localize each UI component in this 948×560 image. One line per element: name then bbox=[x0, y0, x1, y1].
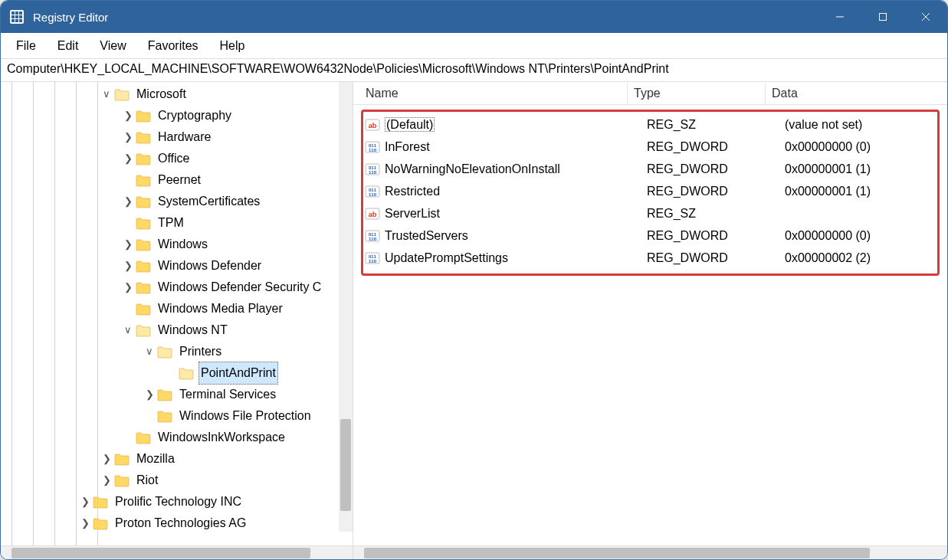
col-name[interactable]: Name bbox=[359, 84, 628, 103]
value-row[interactable]: 011110RestrictedREG_DWORD0x00000001 (1) bbox=[365, 180, 934, 202]
values-hscrollbar[interactable] bbox=[353, 545, 947, 559]
tree-spacer: . bbox=[143, 405, 156, 427]
panes: ∨Microsoft❯Cryptography❯Hardware❯Office.… bbox=[1, 82, 947, 559]
tree-label: Cryptography bbox=[156, 105, 234, 126]
svg-text:110: 110 bbox=[369, 259, 377, 264]
menu-edit[interactable]: Edit bbox=[47, 36, 90, 56]
value-name: UpdatePromptSettings bbox=[383, 251, 647, 265]
value-name: InForest bbox=[383, 140, 647, 154]
tree-item-tpm[interactable]: .TPM bbox=[1, 212, 353, 234]
chevron-right-icon[interactable]: ❯ bbox=[122, 191, 134, 212]
tree-item-windows[interactable]: ❯Windows bbox=[1, 234, 353, 255]
chevron-down-icon[interactable]: ∨ bbox=[143, 341, 156, 362]
tree-item-prolific[interactable]: ❯Prolific Technology INC bbox=[1, 491, 353, 513]
svg-text:110: 110 bbox=[369, 192, 377, 197]
chevron-right-icon[interactable]: ❯ bbox=[122, 234, 134, 255]
tree-spacer: . bbox=[122, 427, 134, 448]
tree-label: Windows Defender Security C bbox=[156, 277, 323, 298]
value-row[interactable]: 011110NoWarningNoElevationOnInstallREG_D… bbox=[365, 158, 934, 180]
tree-item-mozilla[interactable]: ❯Mozilla bbox=[1, 448, 353, 470]
value-data: 0x00000001 (1) bbox=[785, 162, 934, 176]
titlebar[interactable]: Registry Editor bbox=[1, 1, 947, 33]
tree-item-microsoft[interactable]: ∨Microsoft bbox=[1, 84, 353, 105]
window-title: Registry Editor bbox=[33, 11, 818, 24]
tree-label: Terminal Services bbox=[177, 384, 278, 405]
svg-rect-7 bbox=[11, 19, 15, 22]
tree-item-winkws[interactable]: .WindowsInkWorkspace bbox=[1, 427, 353, 448]
svg-text:ab: ab bbox=[369, 122, 377, 129]
tree-spacer: . bbox=[165, 362, 177, 384]
chevron-down-icon[interactable]: ∨ bbox=[100, 84, 113, 105]
tree-item-winnt[interactable]: ∨Windows NT bbox=[1, 319, 353, 341]
value-type: REG_DWORD bbox=[647, 229, 785, 243]
tree-item-proton[interactable]: ❯Proton Technologies AG bbox=[1, 513, 353, 534]
chevron-right-icon[interactable]: ❯ bbox=[100, 448, 113, 470]
tree-vscrollbar[interactable] bbox=[339, 82, 353, 532]
value-name: ServerList bbox=[383, 207, 647, 221]
value-type: REG_DWORD bbox=[647, 185, 785, 198]
value-type: REG_SZ bbox=[647, 118, 785, 132]
tree-spacer: . bbox=[122, 169, 134, 191]
chevron-down-icon[interactable]: ∨ bbox=[122, 319, 134, 341]
tree-label: Proton Technologies AG bbox=[113, 513, 248, 534]
menu-file[interactable]: File bbox=[5, 36, 47, 56]
menubar: File Edit View Favorites Help bbox=[1, 33, 947, 59]
tree-item-wmp[interactable]: .Windows Media Player bbox=[1, 298, 353, 319]
tree-hscrollbar[interactable] bbox=[1, 545, 353, 559]
menu-help[interactable]: Help bbox=[209, 36, 256, 56]
tree-item-hardware[interactable]: ❯Hardware bbox=[1, 126, 353, 148]
tree-item-windef[interactable]: ❯Windows Defender bbox=[1, 255, 353, 277]
value-row[interactable]: 011110InForestREG_DWORD0x00000000 (0) bbox=[365, 136, 934, 158]
chevron-right-icon[interactable]: ❯ bbox=[122, 126, 134, 148]
chevron-right-icon[interactable]: ❯ bbox=[122, 277, 134, 298]
value-row[interactable]: ab(Default)REG_SZ(value not set) bbox=[365, 113, 934, 136]
tree-label: Riot bbox=[134, 470, 160, 491]
menu-view[interactable]: View bbox=[89, 36, 136, 56]
value-name: Restricted bbox=[383, 185, 647, 198]
tree-label: Hardware bbox=[156, 126, 213, 148]
svg-rect-8 bbox=[15, 19, 18, 22]
chevron-right-icon[interactable]: ❯ bbox=[122, 105, 134, 126]
column-headers[interactable]: Name Type Data bbox=[353, 82, 947, 105]
tree-item-printers[interactable]: ∨Printers bbox=[1, 341, 353, 362]
svg-rect-1 bbox=[11, 11, 15, 15]
tree-item-cryptography[interactable]: ❯Cryptography bbox=[1, 105, 353, 126]
tree-item-office[interactable]: ❯Office bbox=[1, 148, 353, 169]
chevron-right-icon[interactable]: ❯ bbox=[79, 491, 91, 513]
chevron-right-icon[interactable]: ❯ bbox=[122, 255, 134, 277]
chevron-right-icon[interactable]: ❯ bbox=[143, 384, 156, 405]
tree-item-syscert[interactable]: ❯SystemCertificates bbox=[1, 191, 353, 212]
annotation-highlight: ab(Default)REG_SZ(value not set)011110In… bbox=[361, 110, 940, 276]
value-row[interactable]: 011110UpdatePromptSettingsREG_DWORD0x000… bbox=[365, 247, 934, 269]
tree-item-wfp[interactable]: .Windows File Protection bbox=[1, 405, 353, 427]
tree-label: Printers bbox=[177, 341, 224, 362]
tree-label: Peernet bbox=[156, 169, 203, 191]
maximize-button[interactable] bbox=[861, 1, 904, 33]
chevron-right-icon[interactable]: ❯ bbox=[79, 513, 91, 534]
values-pane: Name Type Data ab(Default)REG_SZ(value n… bbox=[353, 82, 947, 559]
col-data[interactable]: Data bbox=[766, 84, 947, 103]
value-type: REG_DWORD bbox=[647, 251, 785, 265]
value-name: NoWarningNoElevationOnInstall bbox=[383, 162, 647, 176]
values-list[interactable]: ab(Default)REG_SZ(value not set)011110In… bbox=[365, 113, 934, 269]
value-row[interactable]: 011110TrustedServersREG_DWORD0x00000000 … bbox=[365, 224, 934, 247]
address-bar[interactable]: Computer\HKEY_LOCAL_MACHINE\SOFTWARE\WOW… bbox=[1, 59, 947, 82]
close-button[interactable] bbox=[904, 1, 947, 33]
registry-tree[interactable]: ∨Microsoft❯Cryptography❯Hardware❯Office.… bbox=[1, 82, 353, 545]
tree-item-pap[interactable]: .PointAndPrint bbox=[1, 362, 353, 384]
menu-favorites[interactable]: Favorites bbox=[137, 36, 209, 56]
svg-rect-3 bbox=[19, 11, 22, 15]
minimize-button[interactable] bbox=[818, 1, 861, 33]
svg-text:110: 110 bbox=[369, 237, 377, 241]
tree-label: PointAndPrint bbox=[198, 362, 278, 385]
tree-pane: ∨Microsoft❯Cryptography❯Hardware❯Office.… bbox=[1, 82, 353, 559]
chevron-right-icon[interactable]: ❯ bbox=[100, 470, 113, 491]
value-row[interactable]: abServerListREG_SZ bbox=[365, 202, 934, 224]
svg-rect-5 bbox=[15, 15, 18, 18]
tree-item-riot[interactable]: ❯Riot bbox=[1, 470, 353, 491]
chevron-right-icon[interactable]: ❯ bbox=[122, 148, 134, 169]
col-type[interactable]: Type bbox=[628, 84, 766, 103]
tree-item-termserv[interactable]: ❯Terminal Services bbox=[1, 384, 353, 405]
tree-item-windefsec[interactable]: ❯Windows Defender Security C bbox=[1, 277, 353, 298]
tree-item-peernet[interactable]: .Peernet bbox=[1, 169, 353, 191]
